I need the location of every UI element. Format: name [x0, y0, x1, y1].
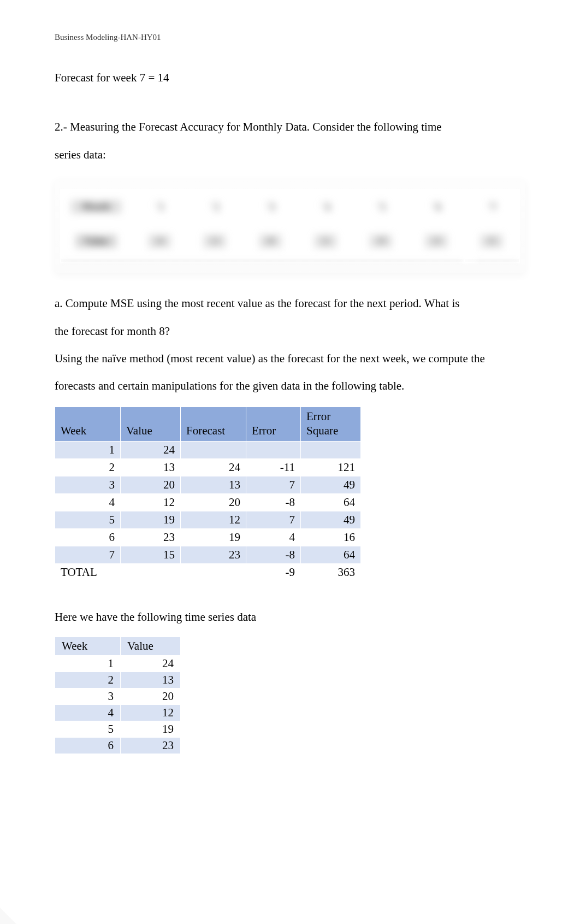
table-cell: -11 — [246, 459, 301, 476]
blurred-cell: 20 — [259, 234, 282, 248]
col-header-value: Value — [121, 407, 181, 442]
total-label: TOTAL — [55, 564, 121, 581]
col-header-forecast: Forecast — [181, 407, 246, 442]
blurred-cell: 13 — [203, 234, 226, 248]
table-cell: 19 — [121, 721, 181, 737]
table-cell: -8 — [246, 546, 301, 564]
question-2-line-1: 2.- Measuring the Forecast Accuracy for … — [55, 113, 525, 140]
table-cell: 64 — [301, 494, 361, 511]
table-cell: 6 — [55, 529, 121, 546]
table-total-row: TOTAL-9363 — [55, 564, 361, 581]
table-cell: 5 — [55, 721, 121, 737]
table-row: 21324-11121 — [55, 459, 361, 476]
table-row: 213 — [55, 672, 181, 688]
table-cell: 121 — [301, 459, 361, 476]
table-row: 519 — [55, 721, 181, 737]
table-cell: 64 — [301, 546, 361, 564]
table-cell: 7 — [246, 476, 301, 494]
calculation-table: Week Value Forecast Error Error Square 1… — [55, 407, 361, 582]
table-cell: 12 — [121, 494, 181, 511]
table-cell: 7 — [55, 546, 121, 564]
table-cell: 49 — [301, 476, 361, 494]
table-cell: 7 — [246, 511, 301, 529]
table-cell: 6 — [55, 737, 121, 754]
table-row: 32013749 — [55, 476, 361, 494]
table-cell: 24 — [121, 442, 181, 459]
table-cell: 23 — [121, 529, 181, 546]
table-cell: 16 — [301, 529, 361, 546]
table-cell: 24 — [121, 655, 181, 672]
table-cell: 2 — [55, 672, 121, 688]
table-row: 124 — [55, 655, 181, 672]
table-cell: 20 — [121, 688, 181, 704]
table-cell — [121, 564, 181, 581]
table-cell — [246, 442, 301, 459]
table-cell — [181, 564, 246, 581]
table-cell: 4 — [55, 704, 121, 721]
document-header: Business Modeling-HAN-HY01 — [55, 33, 525, 42]
timeseries-table: Week Value 124213320412519623 — [55, 637, 181, 754]
blurred-cell: 15 — [480, 234, 503, 248]
blurred-cell: 5 — [376, 201, 385, 209]
blurred-cell: 3 — [266, 201, 275, 209]
col-header-error-square-l1: Error — [306, 410, 330, 423]
table-row: 71523-864 — [55, 546, 361, 564]
table-cell: 12 — [181, 511, 246, 529]
table-cell: 19 — [121, 511, 181, 529]
method-line-1: Using the naïve method (most recent valu… — [55, 345, 525, 372]
blurred-cell: 1 — [155, 201, 164, 209]
table-cell: 24 — [181, 459, 246, 476]
table-row: 62319416 — [55, 529, 361, 546]
table-row: 320 — [55, 688, 181, 704]
table-cell: 1 — [55, 655, 121, 672]
ts-col-header-week: Week — [55, 637, 121, 655]
table-cell: -8 — [246, 494, 301, 511]
blurred-cell: 2 — [210, 201, 219, 209]
table-cell: 23 — [121, 737, 181, 754]
table-cell: 19 — [181, 529, 246, 546]
total-error-square: 363 — [301, 564, 361, 581]
table-row: 41220-864 — [55, 494, 361, 511]
ts-header-row: Week Value — [55, 637, 181, 655]
table-cell: 13 — [121, 459, 181, 476]
table-cell: 12 — [121, 704, 181, 721]
col-header-week: Week — [55, 407, 121, 442]
blurred-cell: 23 — [425, 234, 448, 248]
col-header-error-square: Error Square — [301, 407, 361, 442]
table-cell: 4 — [246, 529, 301, 546]
table-cell — [181, 442, 246, 459]
ts-col-header-value: Value — [121, 637, 181, 655]
table-cell: 13 — [181, 476, 246, 494]
blurred-row-label: Value — [75, 234, 116, 248]
calc-table-header-row: Week Value Forecast Error Error Square — [55, 407, 361, 442]
question-a-line-2: the forecast for month 8? — [55, 317, 525, 345]
table-cell: 4 — [55, 494, 121, 511]
question-a-line-1: a. Compute MSE using the most recent val… — [55, 290, 525, 317]
blurred-value-row: Value 24 13 20 12 19 23 15 — [61, 224, 519, 258]
blurred-cell: 12 — [314, 234, 337, 248]
col-header-error-square-l2: Square — [306, 424, 338, 437]
table-cell — [301, 442, 361, 459]
table-row: 124 — [55, 442, 361, 459]
blurred-cell: 19 — [369, 234, 392, 248]
blurred-cell: 6 — [432, 201, 441, 209]
method-line-2: forecasts and certain manipulations for … — [55, 372, 525, 399]
blurred-header-row: Month 1 2 3 4 5 6 7 — [61, 190, 519, 224]
table-row: 623 — [55, 737, 181, 754]
col-header-error: Error — [246, 407, 301, 442]
table-cell: 2 — [55, 459, 121, 476]
total-error: -9 — [246, 564, 301, 581]
table-row: 51912749 — [55, 511, 361, 529]
table-cell: 20 — [121, 476, 181, 494]
question-2-line-2: series data: — [55, 141, 525, 168]
table-cell: 23 — [181, 546, 246, 564]
page-corner-fold — [0, 908, 16, 924]
table-cell: 13 — [121, 672, 181, 688]
table-cell: 3 — [55, 476, 121, 494]
table-cell: 15 — [121, 546, 181, 564]
blurred-cell: 7 — [487, 201, 496, 209]
table-row: 412 — [55, 704, 181, 721]
blurred-cell: 24 — [148, 234, 171, 248]
blurred-data-table: Month 1 2 3 4 5 6 7 Value 24 13 20 12 19… — [55, 179, 525, 273]
timeseries-intro: Here we have the following time series d… — [55, 603, 525, 631]
